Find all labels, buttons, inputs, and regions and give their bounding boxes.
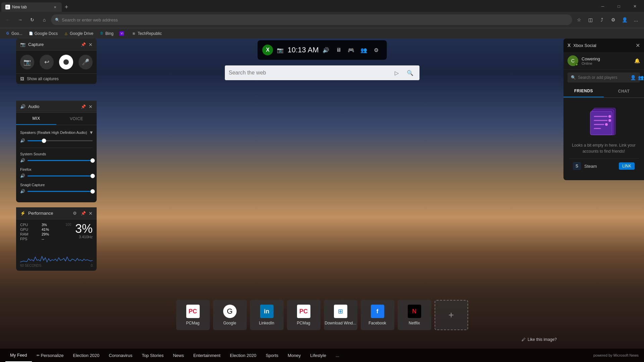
social-tab-friends[interactable]: FRIENDS: [563, 85, 604, 97]
maximize-button[interactable]: □: [611, 2, 627, 11]
quick-link-facebook[interactable]: f Facebook: [361, 300, 394, 330]
user-status-dot: [575, 63, 578, 66]
perf-settings-icon[interactable]: ⚙: [73, 211, 77, 216]
perf-graph: [20, 244, 93, 264]
bookmark-bing[interactable]: B Bing: [97, 30, 116, 38]
bookmark-gdocs[interactable]: 📄 Google Docs: [26, 30, 60, 38]
like-image[interactable]: 🖊 Like this image?: [522, 337, 557, 342]
ram-label: RAM: [20, 232, 40, 236]
perf-panel-header: ⚡ Performance ⚙ 📌 ✕: [16, 207, 97, 219]
xbox-bar-people[interactable]: 👥: [358, 45, 369, 55]
web-search-icon[interactable]: 🔍: [405, 67, 415, 78]
show-captures-button[interactable]: 🖼 Show all captures: [16, 73, 97, 84]
news-item-money[interactable]: Money: [283, 349, 305, 362]
firefox-thumb[interactable]: [91, 174, 95, 178]
bookmark-favicon-y: Y!: [119, 31, 124, 36]
xbox-bar-settings[interactable]: ⚙: [371, 45, 382, 55]
people-icon[interactable]: 👥: [638, 75, 644, 80]
last-capture-button[interactable]: ↩: [40, 55, 54, 69]
xbox-bar-screen[interactable]: 🖥: [333, 45, 344, 55]
bookmark-techrepublic[interactable]: ⊞ TechRepublic: [129, 30, 164, 38]
add-player-icon[interactable]: 👤: [630, 75, 636, 80]
collections-button[interactable]: ◫: [585, 14, 596, 25]
speaker-thumb[interactable]: [42, 139, 46, 143]
news-item-entertainment[interactable]: Entertainment: [189, 349, 225, 362]
bookmark-y[interactable]: Y!: [117, 30, 128, 38]
screenshot-button[interactable]: 📷: [20, 55, 34, 69]
snagit-slider[interactable]: [28, 191, 93, 192]
tab-close-button[interactable]: ✕: [52, 4, 58, 10]
home-button[interactable]: ⌂: [39, 14, 50, 25]
audio-tab-mix[interactable]: MIX: [16, 113, 56, 125]
news-item-election2[interactable]: Election 2020: [225, 349, 261, 362]
quick-link-google[interactable]: G Google: [213, 300, 247, 330]
xbox-social-header: X Xbox Social ✕: [563, 39, 644, 52]
search-players-input[interactable]: [578, 75, 628, 80]
netflix-icon: N: [408, 305, 421, 318]
back-button[interactable]: ←: [3, 14, 13, 25]
news-item-election1[interactable]: Election 2020: [68, 349, 104, 362]
mic-button[interactable]: 🎤: [79, 55, 93, 69]
quick-link-pcmag2[interactable]: PC PCMag: [287, 300, 320, 330]
system-sounds-slider[interactable]: [28, 160, 93, 161]
cpu-val: 3%: [42, 223, 64, 227]
link-button[interactable]: LINK: [619, 162, 635, 170]
news-item-more[interactable]: ...: [331, 349, 344, 362]
bookmark-label-gdocs: Google Docs: [35, 31, 58, 36]
settings-button[interactable]: ⚙: [608, 14, 618, 25]
xbox-bar-screenshot[interactable]: 📷: [275, 45, 286, 55]
xbox-bar-controller[interactable]: 🎮: [346, 45, 356, 55]
more-button[interactable]: …: [631, 14, 641, 25]
record-button[interactable]: [59, 55, 73, 69]
quick-link-download[interactable]: ⊞ Download Wind...: [324, 300, 357, 330]
social-tab-chat[interactable]: CHAT: [604, 85, 644, 97]
profile-button[interactable]: 👤: [619, 14, 630, 25]
minimize-button[interactable]: ─: [595, 2, 610, 11]
news-item-lifestyle[interactable]: Lifestyle: [305, 349, 331, 362]
audio-tab-voice[interactable]: VOICE: [56, 113, 97, 125]
news-item-sports[interactable]: Sports: [261, 349, 283, 362]
audio-panel: 🔊 Audio 📌 ✕ MIX VOICE Speakers (Realtek …: [16, 101, 97, 202]
news-item-my-feed[interactable]: My Feed: [5, 349, 32, 362]
system-sounds-thumb[interactable]: [91, 158, 95, 163]
audio-device-expand[interactable]: ▾: [90, 129, 93, 136]
close-button[interactable]: ✕: [627, 2, 643, 11]
news-item-news[interactable]: News: [168, 349, 189, 362]
firefox-slider[interactable]: [28, 175, 93, 176]
new-tab-button[interactable]: +: [62, 2, 71, 12]
audio-close-button[interactable]: ✕: [89, 104, 93, 109]
perf-pin-button[interactable]: 📌: [81, 211, 86, 216]
news-item-top-stories[interactable]: Top Stories: [137, 349, 168, 362]
capture-close-button[interactable]: ✕: [89, 42, 93, 47]
active-tab[interactable]: 🗋 New tab ✕: [1, 2, 62, 12]
news-item-personalize[interactable]: ✏ Personalize: [32, 349, 68, 362]
cortana-button[interactable]: ▷: [391, 67, 402, 78]
xbox-social-close-button[interactable]: ✕: [636, 42, 640, 49]
address-input[interactable]: 🔍 Search or enter web address: [51, 14, 572, 25]
quick-link-linkedin[interactable]: in LinkedIn: [250, 300, 284, 330]
snagit-fill: [28, 191, 93, 192]
bookmark-gdrive[interactable]: △ Google Drive: [61, 30, 96, 38]
quick-link-add[interactable]: +: [435, 300, 468, 330]
snagit-thumb[interactable]: [91, 189, 95, 194]
user-row: C Cowering Online 🔔: [563, 52, 644, 70]
user-info: Cowering Online: [582, 56, 631, 65]
speaker-slider[interactable]: [28, 140, 93, 141]
web-search-input[interactable]: [229, 70, 389, 76]
bookmark-goog[interactable]: G Goo...: [3, 30, 25, 38]
news-label-personalize: Personalize: [41, 353, 64, 358]
share-button[interactable]: ⤴: [596, 14, 607, 25]
quick-link-label-pcmag2: PCMag: [297, 321, 310, 325]
audio-pin-button[interactable]: 📌: [81, 104, 86, 109]
notification-bell-icon[interactable]: 🔔: [634, 58, 640, 63]
star-button[interactable]: ☆: [574, 14, 584, 25]
quick-link-pcmag1[interactable]: PC PCMag: [176, 300, 210, 330]
capture-pin-button[interactable]: 📌: [81, 42, 86, 47]
refresh-button[interactable]: ↻: [27, 14, 38, 25]
xbox-bar-volume[interactable]: 🔊: [320, 45, 331, 55]
news-item-coronavirus[interactable]: Coronavirus: [104, 349, 137, 362]
forward-button[interactable]: →: [15, 14, 26, 25]
perf-close-button[interactable]: ✕: [89, 211, 93, 216]
pcmag1-icon: PC: [186, 305, 200, 318]
quick-link-netflix[interactable]: N Netflix: [398, 300, 431, 330]
